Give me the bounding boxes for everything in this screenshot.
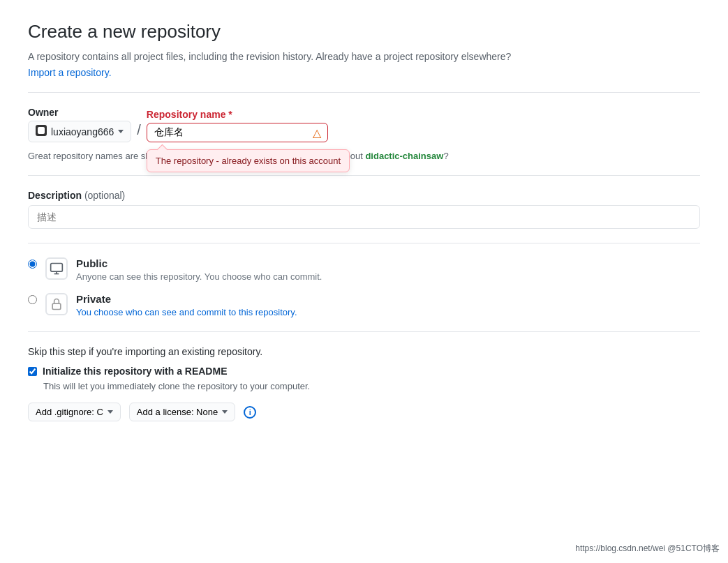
- owner-repo-separator: /: [137, 122, 141, 142]
- public-option: Public Anyone can see this repository. Y…: [28, 257, 700, 282]
- license-label: Add a license: None: [137, 407, 218, 417]
- tooltip-error: The repository - already exists on this …: [147, 149, 350, 172]
- svg-rect-2: [51, 264, 63, 272]
- private-option-content: Private You choose who can see and commi…: [76, 293, 297, 317]
- owner-repo-row: Owner luxiaoyang666 / Repository name *: [28, 107, 700, 142]
- hint-question: ?: [443, 151, 448, 161]
- description-input[interactable]: [28, 205, 700, 229]
- section-divider-2: [28, 175, 700, 176]
- public-repo-icon: [45, 257, 68, 280]
- init-readme-label: Initialize this repository with a README: [43, 366, 227, 377]
- owner-label: Owner: [28, 107, 131, 118]
- repo-name-field-group: Repository name * △ The repository - alr…: [147, 109, 328, 142]
- owner-avatar-icon: [36, 125, 47, 138]
- import-link[interactable]: Import a repository.: [28, 67, 112, 78]
- owner-chevron-icon: [118, 130, 124, 133]
- hint-text-before: Great repository names are sh: [28, 151, 151, 161]
- section-divider-3: [28, 243, 700, 243]
- public-label: Public: [76, 257, 322, 269]
- owner-select[interactable]: luxiaoyang666: [28, 121, 131, 142]
- repo-name-input[interactable]: [147, 123, 328, 142]
- public-desc: Anyone can see this repository. You choo…: [76, 271, 322, 282]
- init-readme-desc: This will let you immediately clone the …: [43, 381, 700, 391]
- description-label: Description (optional): [28, 190, 700, 201]
- repo-name-label: Repository name *: [147, 109, 328, 120]
- page-subtitle: A repository contains all project files,…: [28, 50, 700, 64]
- private-repo-icon: [45, 293, 68, 315]
- init-checkbox-row: Initialize this repository with a README: [28, 366, 700, 377]
- section-divider: [28, 92, 700, 93]
- gitignore-chevron-icon: [107, 410, 113, 414]
- license-chevron-icon: [222, 410, 228, 414]
- suggestion-link[interactable]: didactic-chainsaw: [365, 151, 443, 161]
- private-desc: You choose who can see and commit to thi…: [76, 307, 297, 317]
- owner-name: luxiaoyang666: [51, 126, 114, 137]
- info-icon[interactable]: i: [244, 406, 256, 419]
- initialize-section: Skip this step if you're importing an ex…: [28, 346, 700, 421]
- owner-field-group: Owner luxiaoyang666: [28, 107, 131, 142]
- description-section: Description (optional): [28, 190, 700, 229]
- section-divider-4: [28, 331, 700, 332]
- license-dropdown[interactable]: Add a license: None: [129, 403, 235, 421]
- private-label: Private: [76, 293, 297, 305]
- private-option: Private You choose who can see and commi…: [28, 293, 700, 317]
- public-radio[interactable]: [28, 260, 37, 269]
- svg-rect-1: [38, 127, 45, 134]
- svg-rect-5: [52, 303, 61, 309]
- public-option-content: Public Anyone can see this repository. Y…: [76, 257, 322, 282]
- private-radio[interactable]: [28, 295, 37, 304]
- init-readme-checkbox[interactable]: [28, 367, 37, 376]
- warning-icon: △: [313, 126, 321, 140]
- page-title: Create a new repository: [28, 21, 700, 43]
- repo-name-wrapper: △ The repository - already exists on thi…: [147, 123, 328, 142]
- repo-name-hint: Great repository names are short, memora…: [28, 151, 700, 161]
- visibility-section: Public Anyone can see this repository. Y…: [28, 257, 700, 317]
- dropdowns-row: Add .gitignore: C Add a license: None i: [28, 403, 700, 421]
- gitignore-label: Add .gitignore: C: [36, 407, 103, 417]
- skip-text: Skip this step if you're importing an ex…: [28, 346, 700, 357]
- gitignore-dropdown[interactable]: Add .gitignore: C: [28, 403, 121, 421]
